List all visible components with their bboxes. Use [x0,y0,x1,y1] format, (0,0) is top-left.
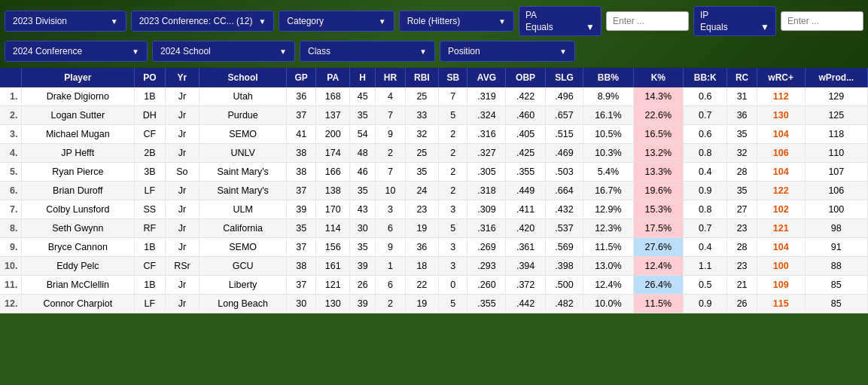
col-hr[interactable]: HR [376,68,405,87]
cell-pa: 130 [316,295,350,313]
cell-po: LF [135,182,165,200]
cell-rc: 23 [727,257,757,276]
ip-sub-row[interactable]: Equals ▼ [700,22,769,32]
school-2024-dropdown[interactable]: 2024 School ▼ [152,41,295,62]
cell-school: Liberty [199,276,287,295]
cell-bb-pct: 11.5% [583,238,633,257]
position-dropdown[interactable]: Position ▼ [440,41,575,62]
cell-avg: .355 [468,295,506,313]
cell-gp: 37 [286,276,315,295]
cell-hr: 7 [376,163,405,182]
col-k-pct[interactable]: K% [633,68,683,87]
cell-po: 1B [135,238,165,257]
conference-2023-dropdown[interactable]: 2023 Conference: CC... (12) ▼ [131,11,275,32]
col-h[interactable]: H [350,68,376,87]
division-2023-dropdown[interactable]: 2023 Division ▼ [5,11,126,32]
cell-avg: .318 [468,182,506,200]
cell-obp: .425 [506,144,545,163]
cell-pa: 168 [316,87,350,106]
cell-sb: 5 [439,106,468,125]
conference-2024-dropdown[interactable]: 2024 Conference ▼ [5,41,148,62]
cell-slg: .503 [545,163,583,182]
col-school[interactable]: School [199,68,287,87]
col-rc[interactable]: RC [727,68,757,87]
cell-gp: 35 [286,219,315,238]
cell-rbi: 25 [405,144,438,163]
cell-obp: .422 [506,87,545,106]
filters-area: 2023 Division ▼ 2023 Conference: CC... (… [0,0,868,68]
col-avg[interactable]: AVG [468,68,506,87]
col-rbi[interactable]: RBI [405,68,438,87]
cell-h: 46 [350,163,376,182]
pa-input-group [606,11,689,31]
col-bb-pct[interactable]: BB% [583,68,633,87]
cell-hr: 3 [376,200,405,219]
conference-2024-arrow: ▼ [132,47,139,56]
col-slg[interactable]: SLG [545,68,583,87]
cell-h: 48 [350,144,376,163]
cell-school: GCU [199,257,287,276]
cell-rbi: 32 [405,125,438,144]
table-row: 9. Bryce Cannon 1B Jr SEMO 37 156 35 9 3… [0,238,868,257]
class-dropdown[interactable]: Class ▼ [300,41,435,62]
ip-input[interactable] [781,11,863,31]
cell-k-pct: 17.5% [633,219,683,238]
cell-player: Michael Mugan [21,125,135,144]
cell-wrc: 104 [757,238,805,257]
cell-rc: 28 [727,238,757,257]
category-dropdown[interactable]: Category ▼ [279,11,394,32]
cell-bb-pct: 5.4% [583,163,633,182]
cell-sb: 5 [439,295,468,313]
cell-gp: 37 [286,106,315,125]
cell-h: 54 [350,125,376,144]
table-row: 11. Brian McClellin 1B Jr Liberty 37 121… [0,276,868,295]
cell-po: DH [135,106,165,125]
table-row: 5. Ryan Pierce 3B So Saint Mary's 38 166… [0,163,868,182]
col-wprod[interactable]: wProd... [805,68,867,87]
cell-k-pct: 26.4% [633,276,683,295]
col-obp[interactable]: OBP [506,68,545,87]
cell-rank: 2. [0,106,21,125]
cell-po: SS [135,200,165,219]
cell-school: ULM [199,200,287,219]
pa-top-row: PA [525,10,595,20]
cell-wrc: 121 [757,219,805,238]
cell-gp: 38 [286,257,315,276]
cell-gp: 41 [286,125,315,144]
cell-wrc: 106 [757,144,805,163]
conference-2023-label: 2023 Conference: CC... (12) [139,16,253,26]
cell-avg: .309 [468,200,506,219]
cell-obp: .442 [506,295,545,313]
col-bbk[interactable]: BB:K [684,68,727,87]
division-2023-arrow: ▼ [111,17,118,26]
col-sb[interactable]: SB [439,68,468,87]
pa-input[interactable] [606,11,689,31]
table-row: 10. Eddy Pelc CF RSr GCU 38 161 39 1 18 … [0,257,868,276]
cell-yr: Jr [165,144,199,163]
col-gp[interactable]: GP [286,68,315,87]
cell-rc: 27 [727,200,757,219]
cell-yr: So [165,163,199,182]
cell-bbk: 0.8 [684,200,727,219]
filter-row-1: 2023 Division ▼ 2023 Conference: CC... (… [5,6,863,36]
cell-pa: 166 [316,163,350,182]
role-dropdown[interactable]: Role (Hitters) ▼ [399,11,514,32]
cell-yr: Jr [165,106,199,125]
col-wrc[interactable]: wRC+ [757,68,805,87]
cell-slg: .500 [545,276,583,295]
cell-po: 1B [135,276,165,295]
cell-sb: 2 [439,125,468,144]
cell-wrc: 130 [757,106,805,125]
col-yr[interactable]: Yr [165,68,199,87]
cell-obp: .411 [506,200,545,219]
col-pa[interactable]: PA [316,68,350,87]
cell-po: 1B [135,87,165,106]
cell-rbi: 36 [405,238,438,257]
pa-sub-row[interactable]: Equals ▼ [525,22,595,32]
cell-player: Bryce Cannon [21,238,135,257]
cell-rank: 12. [0,295,21,313]
col-po[interactable]: PO [135,68,165,87]
col-player[interactable]: Player [21,68,135,87]
cell-gp: 39 [286,200,315,219]
cell-player: Connor Charpiot [21,295,135,313]
